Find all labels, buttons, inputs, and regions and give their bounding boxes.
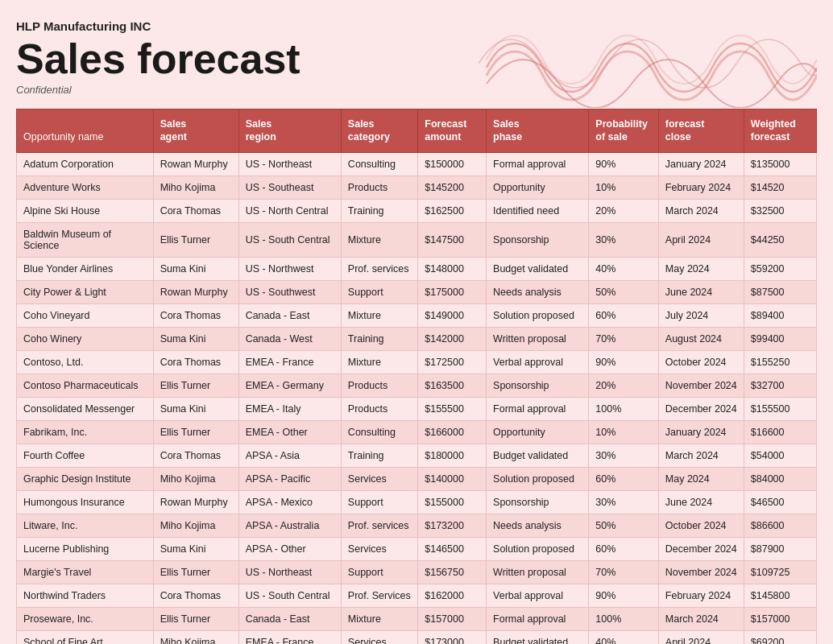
- cell-agent: Cora Thomas: [153, 199, 238, 222]
- cell-phase: Formal approval: [487, 607, 589, 630]
- cell-probability: 30%: [589, 444, 659, 467]
- table-row: Baldwin Museum of ScienceEllis TurnerUS …: [17, 222, 817, 257]
- table-row: Coho VineyardCora ThomasCanada - EastMix…: [17, 303, 817, 327]
- col-header-forecast-amount: Forecastamount: [418, 109, 487, 153]
- cell-forecast_amount: $173000: [418, 630, 487, 644]
- cell-region: US - Northwest: [238, 257, 341, 280]
- cell-forecast_amount: $175000: [418, 280, 487, 303]
- cell-probability: 50%: [589, 514, 659, 537]
- cell-phase: Identified need: [487, 199, 589, 222]
- table-row: Blue Yonder AirlinesSuma KiniUS - Northw…: [17, 257, 817, 280]
- cell-forecast_amount: $146500: [418, 537, 487, 560]
- page: HLP Manufacturing INC Sales forecast Con…: [0, 0, 833, 644]
- cell-probability: 70%: [589, 560, 659, 584]
- cell-weighted: $87500: [744, 280, 816, 303]
- cell-category: Training: [341, 327, 417, 350]
- cell-forecast_close: January 2024: [658, 420, 744, 444]
- table-row: Margie's TravelEllis TurnerUS - Northeas…: [17, 560, 817, 584]
- cell-forecast_close: June 2024: [658, 280, 744, 303]
- table-row: Consolidated MessengerSuma KiniEMEA - It…: [17, 397, 817, 420]
- cell-probability: 10%: [589, 175, 659, 199]
- cell-weighted: $89400: [744, 303, 816, 327]
- cell-agent: Ellis Turner: [153, 374, 238, 397]
- cell-probability: 30%: [589, 222, 659, 257]
- table-row: Adatum CorporationRowan MurphyUS - North…: [17, 152, 817, 175]
- cell-probability: 20%: [589, 374, 659, 397]
- cell-category: Mixture: [341, 222, 417, 257]
- cell-phase: Formal approval: [487, 397, 589, 420]
- cell-phase: Verbal approval: [487, 584, 589, 607]
- cell-forecast_close: February 2024: [658, 584, 744, 607]
- cell-agent: Cora Thomas: [153, 444, 238, 467]
- cell-weighted: $87900: [744, 537, 816, 560]
- cell-opportunity: Margie's Travel: [17, 560, 154, 584]
- table-row: Proseware, Inc.Ellis TurnerCanada - East…: [17, 607, 817, 630]
- cell-region: EMEA - France: [238, 630, 341, 644]
- cell-category: Products: [341, 175, 417, 199]
- cell-forecast_amount: $173200: [418, 514, 487, 537]
- cell-forecast_amount: $155000: [418, 490, 487, 514]
- table-row: Fabrikam, Inc.Ellis TurnerEMEA - OtherCo…: [17, 420, 817, 444]
- cell-opportunity: Contoso, Ltd.: [17, 350, 154, 374]
- cell-forecast_close: February 2024: [658, 175, 744, 199]
- cell-agent: Cora Thomas: [153, 303, 238, 327]
- cell-agent: Rowan Murphy: [153, 152, 238, 175]
- cell-category: Services: [341, 467, 417, 490]
- cell-phase: Budget validated: [487, 257, 589, 280]
- cell-agent: Ellis Turner: [153, 420, 238, 444]
- cell-probability: 90%: [589, 350, 659, 374]
- cell-weighted: $32500: [744, 199, 816, 222]
- cell-agent: Cora Thomas: [153, 350, 238, 374]
- cell-phase: Sponsorship: [487, 222, 589, 257]
- wave-decoration: [479, 19, 817, 108]
- cell-opportunity: Consolidated Messenger: [17, 397, 154, 420]
- cell-region: Canada - West: [238, 327, 341, 350]
- cell-probability: 60%: [589, 303, 659, 327]
- header-left: HLP Manufacturing INC Sales forecast Con…: [16, 19, 300, 109]
- cell-opportunity: Adventure Works: [17, 175, 154, 199]
- cell-probability: 40%: [589, 257, 659, 280]
- cell-agent: Miho Kojima: [153, 630, 238, 644]
- cell-opportunity: Adatum Corporation: [17, 152, 154, 175]
- cell-forecast_amount: $148000: [418, 257, 487, 280]
- cell-forecast_amount: $180000: [418, 444, 487, 467]
- cell-probability: 10%: [589, 420, 659, 444]
- cell-probability: 30%: [589, 490, 659, 514]
- cell-region: US - Northeast: [238, 152, 341, 175]
- cell-phase: Solution proposed: [487, 303, 589, 327]
- cell-region: Canada - East: [238, 607, 341, 630]
- cell-probability: 60%: [589, 467, 659, 490]
- cell-phase: Solution proposed: [487, 537, 589, 560]
- cell-weighted: $157000: [744, 607, 816, 630]
- cell-category: Training: [341, 199, 417, 222]
- cell-forecast_close: December 2024: [658, 537, 744, 560]
- table-row: Contoso, Ltd.Cora ThomasEMEA - FranceMix…: [17, 350, 817, 374]
- cell-opportunity: Coho Winery: [17, 327, 154, 350]
- cell-probability: 50%: [589, 280, 659, 303]
- cell-opportunity: School of Fine Art: [17, 630, 154, 644]
- cell-category: Prof. Services: [341, 584, 417, 607]
- cell-weighted: $44250: [744, 222, 816, 257]
- cell-region: APSA - Australia: [238, 514, 341, 537]
- cell-region: Canada - East: [238, 303, 341, 327]
- cell-region: APSA - Asia: [238, 444, 341, 467]
- cell-phase: Written proposal: [487, 560, 589, 584]
- cell-category: Support: [341, 280, 417, 303]
- table-header-row: Opportunity name Salesagent Salesregion …: [17, 109, 817, 153]
- cell-category: Products: [341, 374, 417, 397]
- cell-probability: 60%: [589, 537, 659, 560]
- cell-weighted: $32700: [744, 374, 816, 397]
- cell-phase: Sponsorship: [487, 490, 589, 514]
- table-row: Alpine Ski HouseCora ThomasUS - North Ce…: [17, 199, 817, 222]
- confidential-label: Confidential: [16, 84, 300, 96]
- cell-phase: Written proposal: [487, 327, 589, 350]
- cell-forecast_amount: $162000: [418, 584, 487, 607]
- cell-probability: 90%: [589, 152, 659, 175]
- cell-weighted: $46500: [744, 490, 816, 514]
- sales-forecast-table: Opportunity name Salesagent Salesregion …: [16, 109, 817, 644]
- cell-agent: Cora Thomas: [153, 584, 238, 607]
- cell-opportunity: Fabrikam, Inc.: [17, 420, 154, 444]
- table-row: Litware, Inc.Miho KojimaAPSA - Australia…: [17, 514, 817, 537]
- cell-forecast_amount: $163500: [418, 374, 487, 397]
- cell-weighted: $14520: [744, 175, 816, 199]
